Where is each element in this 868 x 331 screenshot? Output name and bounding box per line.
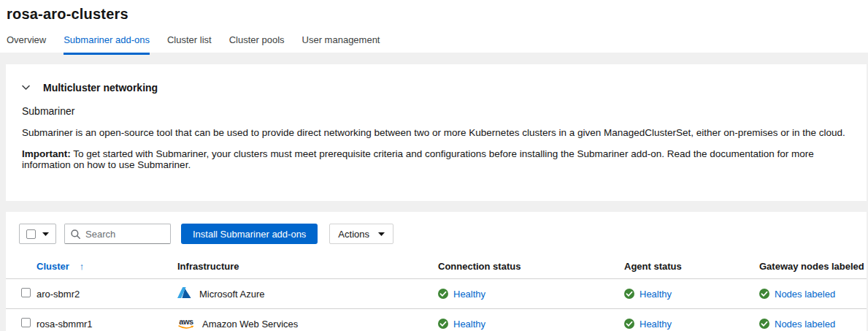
tab-overview[interactable]: Overview bbox=[7, 34, 46, 55]
infrastructure-label: Amazon Web Services bbox=[202, 319, 298, 330]
tab-cluster-list[interactable]: Cluster list bbox=[167, 34, 212, 55]
table-row: rosa-sbmmr1 aws Amazon Web Services Heal… bbox=[6, 309, 867, 331]
column-header-cluster[interactable]: Cluster ↑ bbox=[37, 261, 177, 272]
gateway-nodes-cell: Nodes labeled bbox=[759, 289, 867, 300]
chevron-down-icon bbox=[22, 85, 30, 91]
connection-status-cell: Healthy bbox=[438, 289, 624, 300]
bulk-select-dropdown[interactable] bbox=[19, 224, 56, 244]
row-checkbox[interactable] bbox=[21, 318, 31, 327]
multicluster-networking-expander[interactable]: Multicluster networking bbox=[22, 82, 852, 94]
infrastructure-label: Microsoft Azure bbox=[199, 289, 265, 300]
connection-status-cell: Healthy bbox=[438, 319, 624, 330]
clusters-table-card: Install Submariner add-ons Actions Clust… bbox=[6, 212, 867, 331]
gateway-nodes-link[interactable]: Nodes labeled bbox=[775, 289, 835, 300]
search-box bbox=[64, 224, 171, 244]
gateway-nodes-cell: Nodes labeled bbox=[759, 319, 867, 330]
agent-status-link[interactable]: Healthy bbox=[640, 289, 672, 300]
success-check-icon bbox=[624, 289, 634, 299]
success-check-icon bbox=[759, 289, 769, 299]
success-check-icon bbox=[624, 319, 634, 329]
column-header-connection-status: Connection status bbox=[438, 261, 624, 272]
submariner-important-note: Important: To get started with Submarine… bbox=[22, 148, 852, 170]
agent-status-link[interactable]: Healthy bbox=[640, 319, 672, 330]
search-icon bbox=[71, 229, 80, 239]
connection-status-link[interactable]: Healthy bbox=[453, 319, 485, 330]
agent-status-cell: Healthy bbox=[624, 289, 759, 300]
actions-dropdown-button[interactable]: Actions bbox=[329, 224, 393, 244]
sort-ascending-icon[interactable]: ↑ bbox=[80, 261, 85, 272]
actions-label: Actions bbox=[338, 229, 369, 240]
aws-logo-icon: aws bbox=[177, 319, 195, 330]
azure-logo-icon bbox=[177, 287, 192, 300]
page-header: rosa-aro-clusters Overview Submariner ad… bbox=[0, 0, 868, 53]
infrastructure-cell: aws Amazon Web Services bbox=[177, 319, 438, 330]
search-input[interactable] bbox=[85, 229, 164, 240]
success-check-icon bbox=[438, 289, 448, 299]
submariner-subtitle: Submariner bbox=[22, 105, 852, 117]
tab-bar: Overview Submariner add-ons Cluster list… bbox=[0, 32, 868, 55]
tab-submariner-add-ons[interactable]: Submariner add-ons bbox=[64, 34, 150, 55]
clusters-table: Cluster ↑ Infrastructure Connection stat… bbox=[6, 254, 867, 331]
main-content: Multicluster networking Submariner Subma… bbox=[0, 53, 868, 331]
section-title: Multicluster networking bbox=[43, 82, 158, 94]
page: rosa-aro-clusters Overview Submariner ad… bbox=[0, 0, 868, 331]
table-row: aro-sbmr2 Microsoft Azure bbox=[6, 279, 867, 309]
infrastructure-cell: Microsoft Azure bbox=[177, 287, 438, 300]
multicluster-networking-card: Multicluster networking Submariner Subma… bbox=[6, 64, 867, 201]
cluster-name: aro-sbmr2 bbox=[37, 289, 177, 300]
table-toolbar: Install Submariner add-ons Actions bbox=[6, 224, 867, 244]
column-header-gateway-nodes-labeled: Gateway nodes labeled bbox=[759, 261, 867, 272]
gateway-nodes-link[interactable]: Nodes labeled bbox=[775, 319, 835, 330]
connection-status-link[interactable]: Healthy bbox=[453, 289, 485, 300]
column-header-agent-status: Agent status bbox=[624, 261, 759, 272]
bulk-select-checkbox[interactable] bbox=[26, 229, 36, 239]
cluster-name: rosa-sbmmr1 bbox=[37, 319, 177, 330]
success-check-icon bbox=[759, 319, 769, 329]
row-checkbox[interactable] bbox=[21, 288, 31, 297]
caret-down-icon bbox=[42, 232, 49, 236]
important-label: Important: bbox=[22, 148, 71, 159]
success-check-icon bbox=[438, 319, 448, 329]
table-header-row: Cluster ↑ Infrastructure Connection stat… bbox=[6, 254, 867, 279]
submariner-description: Submariner is an open-source tool that c… bbox=[22, 127, 852, 138]
important-text: To get started with Submariner, your clu… bbox=[22, 148, 814, 170]
column-header-infrastructure: Infrastructure bbox=[177, 261, 438, 272]
caret-down-icon bbox=[378, 232, 385, 236]
tab-user-management[interactable]: User management bbox=[302, 34, 380, 55]
page-title: rosa-aro-clusters bbox=[0, 6, 868, 23]
tab-cluster-pools[interactable]: Cluster pools bbox=[229, 34, 285, 55]
install-submariner-add-ons-button[interactable]: Install Submariner add-ons bbox=[181, 224, 318, 244]
agent-status-cell: Healthy bbox=[624, 319, 759, 330]
